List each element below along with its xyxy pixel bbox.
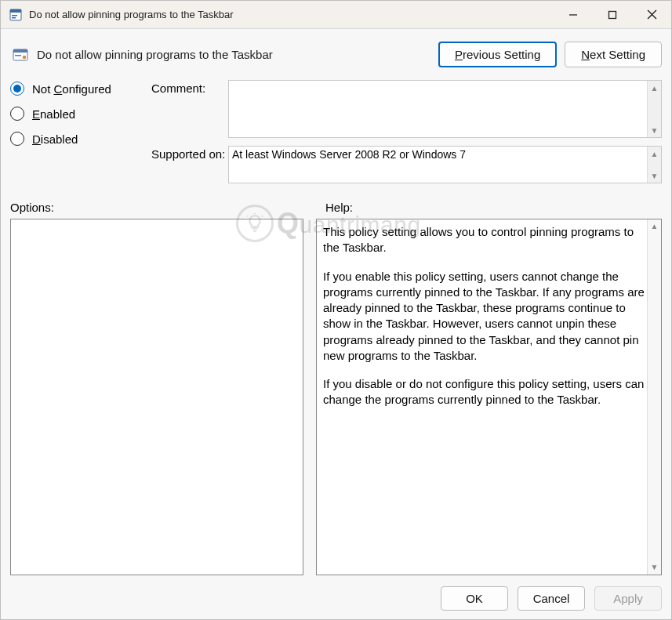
svg-rect-5	[609, 11, 616, 18]
previous-setting-button[interactable]: Previous Setting	[438, 42, 557, 67]
cancel-button[interactable]: Cancel	[518, 586, 585, 611]
radio-icon	[10, 82, 24, 96]
scrollbar[interactable]: ▲ ▼	[647, 147, 661, 183]
gpedit-policy-icon	[9, 8, 23, 22]
state-radio-group: Not Configured Enabled Disabled	[10, 80, 151, 191]
svg-rect-1	[10, 9, 21, 13]
titlebar: Do not allow pinning programs to the Tas…	[1, 1, 671, 29]
help-panel: This policy setting allows you to contro…	[316, 219, 662, 575]
svg-rect-3	[12, 17, 16, 19]
svg-point-11	[23, 55, 26, 58]
scrollbar[interactable]: ▲ ▼	[647, 81, 661, 137]
scroll-down-icon[interactable]: ▼	[648, 169, 661, 183]
help-paragraph: If you enable this policy setting, users…	[323, 269, 645, 364]
dialog-footer: OK Cancel Apply	[10, 575, 662, 611]
help-paragraph: This policy setting allows you to contro…	[323, 224, 645, 256]
client-area: Do not allow pinning programs to the Tas…	[1, 29, 671, 620]
supported-on-label: Supported on:	[151, 146, 228, 183]
next-setting-button[interactable]: Next Setting	[565, 42, 662, 67]
svg-rect-2	[12, 15, 17, 16]
scrollbar[interactable]: ▲ ▼	[647, 219, 661, 575]
scroll-down-icon[interactable]: ▼	[648, 123, 661, 137]
radio-icon	[10, 107, 24, 121]
policy-icon	[12, 46, 29, 63]
supported-on-textbox: At least Windows Server 2008 R2 or Windo…	[228, 146, 662, 183]
window-controls	[554, 1, 671, 28]
ok-button[interactable]: OK	[441, 586, 508, 611]
policy-title: Do not allow pinning programs to the Tas…	[37, 48, 273, 61]
maximize-button[interactable]	[593, 1, 632, 28]
apply-button: Apply	[594, 586, 662, 611]
svg-rect-9	[13, 49, 27, 53]
header-row: Do not allow pinning programs to the Tas…	[10, 37, 662, 80]
minimize-button[interactable]	[554, 1, 593, 28]
svg-rect-10	[15, 55, 21, 56]
scroll-up-icon[interactable]: ▲	[648, 147, 661, 161]
radio-enabled[interactable]: Enabled	[10, 107, 151, 121]
scroll-up-icon[interactable]: ▲	[648, 81, 661, 95]
radio-not-configured[interactable]: Not Configured	[10, 82, 151, 96]
comment-label: Comment:	[151, 80, 228, 138]
comment-textbox[interactable]: ▲ ▼	[228, 80, 662, 138]
options-panel	[10, 219, 303, 575]
close-button[interactable]	[632, 1, 671, 28]
scroll-up-icon[interactable]: ▲	[648, 219, 661, 234]
help-paragraph: If you disable or do not configure this …	[323, 376, 645, 408]
options-label: Options:	[10, 201, 325, 214]
window-title: Do not allow pinning programs to the Tas…	[29, 9, 554, 20]
radio-disabled[interactable]: Disabled	[10, 132, 151, 146]
help-label: Help:	[325, 201, 353, 214]
scroll-down-icon[interactable]: ▼	[648, 560, 661, 575]
radio-icon	[10, 132, 24, 146]
